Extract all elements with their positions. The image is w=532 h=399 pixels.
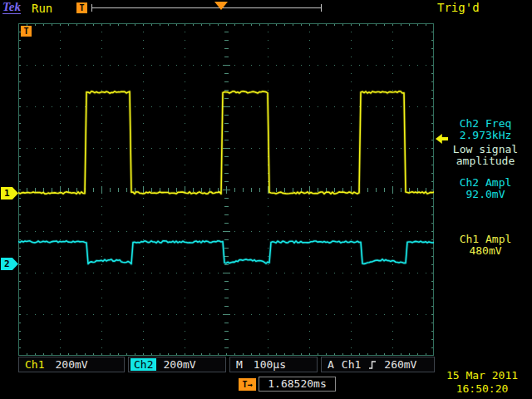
- record-view-left-bracket: [91, 4, 92, 12]
- rising-edge-icon: [368, 359, 377, 371]
- measurement-ch2-freq: Ch2 Freq 2.973kHz Low signal amplitude: [441, 118, 530, 167]
- trigger-offscreen-badge-icon: T: [21, 26, 32, 37]
- ch2-scale-readout: Ch2 200mV: [128, 357, 226, 372]
- datetime: 15 Mar 2011 16:50:20: [436, 369, 529, 396]
- trigger-label: A: [328, 358, 334, 371]
- tek-logo: Tek: [2, 1, 21, 14]
- waveform-display: [18, 23, 434, 356]
- trigger-level-value: 260mV: [384, 358, 416, 371]
- measurement-value: 2.973kHz: [441, 130, 530, 141]
- oscilloscope-screen: Tek Run T Trig'd T 1 2 Ch2 Freq 2.973kHz…: [0, 0, 532, 399]
- measurement-label: Ch1 Ampl: [441, 234, 530, 245]
- measurement-warning: Low signal amplitude: [441, 144, 530, 167]
- timebase-value: 100µs: [254, 358, 286, 371]
- ch2-scale-value: 200mV: [163, 358, 195, 371]
- trigger-badge-icon: T: [76, 2, 87, 13]
- time-readout: 16:50:20: [436, 382, 529, 396]
- measurement-value: 480mV: [441, 245, 530, 257]
- measurement-ch2-ampl: Ch2 Ampl 92.0mV: [441, 177, 530, 200]
- ch1-scale-readout: Ch1 200mV: [18, 357, 125, 372]
- trigger-position-marker-icon: [214, 2, 228, 10]
- record-view-bar: [91, 7, 322, 8]
- timebase-label: M: [236, 358, 243, 371]
- trigger-source: Ch1: [342, 358, 361, 371]
- ch1-scale-value: 200mV: [55, 358, 87, 371]
- measurement-ch1-ampl: Ch1 Ampl 480mV: [441, 234, 530, 257]
- acquisition-state: Run: [32, 2, 52, 15]
- ch1-position-marker: 1: [1, 187, 18, 200]
- trigger-readout: A Ch1 260mV: [321, 357, 435, 372]
- ch1-label: Ch1: [25, 358, 44, 371]
- timebase-readout: M 100µs: [229, 357, 318, 372]
- measurement-label: Ch2 Freq: [441, 118, 530, 130]
- measurement-value: 92.0mV: [441, 189, 530, 200]
- record-view-right-bracket: [321, 4, 322, 12]
- status-bar: Ch1 200mV Ch2 200mV M 100µs A Ch1 260mV: [18, 357, 435, 372]
- trigger-status: Trig'd: [437, 1, 480, 14]
- ch2-position-marker: 2: [1, 258, 18, 270]
- date-readout: 15 Mar 2011: [436, 369, 529, 382]
- graticule: [18, 23, 434, 356]
- delay-time-badge-icon: T→: [239, 378, 256, 391]
- measurement-label: Ch2 Ampl: [441, 177, 530, 189]
- delay-time-readout: 1.68520ms: [259, 377, 336, 392]
- ch2-label: Ch2: [131, 358, 156, 371]
